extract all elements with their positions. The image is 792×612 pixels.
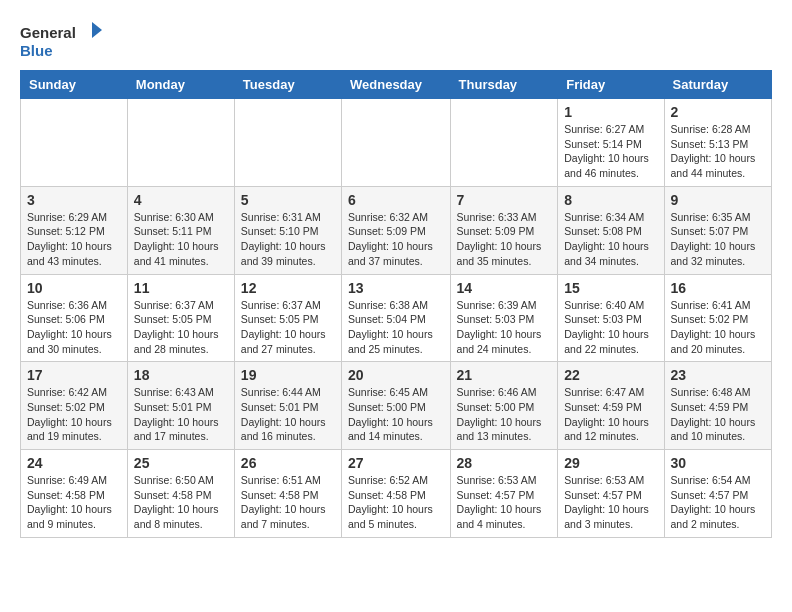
calendar-cell: 28Sunrise: 6:53 AM Sunset: 4:57 PM Dayli… [450,450,558,538]
day-info: Sunrise: 6:52 AM Sunset: 4:58 PM Dayligh… [348,473,444,532]
page-header: General Blue [20,20,772,60]
calendar-cell: 29Sunrise: 6:53 AM Sunset: 4:57 PM Dayli… [558,450,664,538]
day-number: 20 [348,367,444,383]
weekday-header-tuesday: Tuesday [234,71,341,99]
calendar-cell [342,99,451,187]
calendar-cell: 6Sunrise: 6:32 AM Sunset: 5:09 PM Daylig… [342,186,451,274]
day-number: 5 [241,192,335,208]
day-number: 1 [564,104,657,120]
day-info: Sunrise: 6:35 AM Sunset: 5:07 PM Dayligh… [671,210,765,269]
weekday-header-sunday: Sunday [21,71,128,99]
calendar-week-row: 24Sunrise: 6:49 AM Sunset: 4:58 PM Dayli… [21,450,772,538]
day-info: Sunrise: 6:41 AM Sunset: 5:02 PM Dayligh… [671,298,765,357]
calendar-cell: 14Sunrise: 6:39 AM Sunset: 5:03 PM Dayli… [450,274,558,362]
day-number: 13 [348,280,444,296]
day-number: 25 [134,455,228,471]
day-info: Sunrise: 6:36 AM Sunset: 5:06 PM Dayligh… [27,298,121,357]
day-number: 27 [348,455,444,471]
day-number: 28 [457,455,552,471]
calendar-cell: 3Sunrise: 6:29 AM Sunset: 5:12 PM Daylig… [21,186,128,274]
calendar-week-row: 3Sunrise: 6:29 AM Sunset: 5:12 PM Daylig… [21,186,772,274]
day-number: 7 [457,192,552,208]
day-info: Sunrise: 6:33 AM Sunset: 5:09 PM Dayligh… [457,210,552,269]
day-info: Sunrise: 6:47 AM Sunset: 4:59 PM Dayligh… [564,385,657,444]
calendar-cell: 2Sunrise: 6:28 AM Sunset: 5:13 PM Daylig… [664,99,771,187]
day-number: 16 [671,280,765,296]
day-number: 19 [241,367,335,383]
calendar-cell: 13Sunrise: 6:38 AM Sunset: 5:04 PM Dayli… [342,274,451,362]
calendar-cell: 27Sunrise: 6:52 AM Sunset: 4:58 PM Dayli… [342,450,451,538]
weekday-header-monday: Monday [127,71,234,99]
calendar-cell: 21Sunrise: 6:46 AM Sunset: 5:00 PM Dayli… [450,362,558,450]
day-info: Sunrise: 6:44 AM Sunset: 5:01 PM Dayligh… [241,385,335,444]
day-info: Sunrise: 6:37 AM Sunset: 5:05 PM Dayligh… [134,298,228,357]
day-info: Sunrise: 6:45 AM Sunset: 5:00 PM Dayligh… [348,385,444,444]
calendar-cell: 20Sunrise: 6:45 AM Sunset: 5:00 PM Dayli… [342,362,451,450]
day-number: 24 [27,455,121,471]
calendar-cell: 16Sunrise: 6:41 AM Sunset: 5:02 PM Dayli… [664,274,771,362]
day-info: Sunrise: 6:42 AM Sunset: 5:02 PM Dayligh… [27,385,121,444]
calendar: SundayMondayTuesdayWednesdayThursdayFrid… [20,70,772,538]
day-number: 29 [564,455,657,471]
calendar-cell [450,99,558,187]
calendar-week-row: 10Sunrise: 6:36 AM Sunset: 5:06 PM Dayli… [21,274,772,362]
calendar-cell: 19Sunrise: 6:44 AM Sunset: 5:01 PM Dayli… [234,362,341,450]
calendar-cell: 4Sunrise: 6:30 AM Sunset: 5:11 PM Daylig… [127,186,234,274]
calendar-week-row: 1Sunrise: 6:27 AM Sunset: 5:14 PM Daylig… [21,99,772,187]
calendar-cell [234,99,341,187]
calendar-cell: 17Sunrise: 6:42 AM Sunset: 5:02 PM Dayli… [21,362,128,450]
weekday-header-row: SundayMondayTuesdayWednesdayThursdayFrid… [21,71,772,99]
day-info: Sunrise: 6:48 AM Sunset: 4:59 PM Dayligh… [671,385,765,444]
day-info: Sunrise: 6:28 AM Sunset: 5:13 PM Dayligh… [671,122,765,181]
weekday-header-thursday: Thursday [450,71,558,99]
day-info: Sunrise: 6:29 AM Sunset: 5:12 PM Dayligh… [27,210,121,269]
calendar-cell: 7Sunrise: 6:33 AM Sunset: 5:09 PM Daylig… [450,186,558,274]
calendar-week-row: 17Sunrise: 6:42 AM Sunset: 5:02 PM Dayli… [21,362,772,450]
day-number: 22 [564,367,657,383]
logo-svg: General Blue [20,20,110,60]
day-info: Sunrise: 6:34 AM Sunset: 5:08 PM Dayligh… [564,210,657,269]
calendar-cell: 18Sunrise: 6:43 AM Sunset: 5:01 PM Dayli… [127,362,234,450]
day-number: 18 [134,367,228,383]
calendar-cell: 25Sunrise: 6:50 AM Sunset: 4:58 PM Dayli… [127,450,234,538]
day-number: 3 [27,192,121,208]
day-info: Sunrise: 6:40 AM Sunset: 5:03 PM Dayligh… [564,298,657,357]
day-number: 26 [241,455,335,471]
calendar-cell: 22Sunrise: 6:47 AM Sunset: 4:59 PM Dayli… [558,362,664,450]
calendar-cell [127,99,234,187]
calendar-cell: 8Sunrise: 6:34 AM Sunset: 5:08 PM Daylig… [558,186,664,274]
day-info: Sunrise: 6:53 AM Sunset: 4:57 PM Dayligh… [457,473,552,532]
day-info: Sunrise: 6:46 AM Sunset: 5:00 PM Dayligh… [457,385,552,444]
day-number: 6 [348,192,444,208]
day-number: 14 [457,280,552,296]
calendar-cell: 30Sunrise: 6:54 AM Sunset: 4:57 PM Dayli… [664,450,771,538]
day-number: 21 [457,367,552,383]
day-info: Sunrise: 6:39 AM Sunset: 5:03 PM Dayligh… [457,298,552,357]
day-number: 23 [671,367,765,383]
logo: General Blue [20,20,110,60]
calendar-cell: 11Sunrise: 6:37 AM Sunset: 5:05 PM Dayli… [127,274,234,362]
weekday-header-saturday: Saturday [664,71,771,99]
calendar-cell: 24Sunrise: 6:49 AM Sunset: 4:58 PM Dayli… [21,450,128,538]
day-info: Sunrise: 6:49 AM Sunset: 4:58 PM Dayligh… [27,473,121,532]
calendar-cell: 12Sunrise: 6:37 AM Sunset: 5:05 PM Dayli… [234,274,341,362]
day-info: Sunrise: 6:32 AM Sunset: 5:09 PM Dayligh… [348,210,444,269]
day-info: Sunrise: 6:30 AM Sunset: 5:11 PM Dayligh… [134,210,228,269]
calendar-cell: 26Sunrise: 6:51 AM Sunset: 4:58 PM Dayli… [234,450,341,538]
day-number: 4 [134,192,228,208]
day-info: Sunrise: 6:51 AM Sunset: 4:58 PM Dayligh… [241,473,335,532]
day-number: 9 [671,192,765,208]
calendar-cell: 23Sunrise: 6:48 AM Sunset: 4:59 PM Dayli… [664,362,771,450]
svg-text:General: General [20,24,76,41]
day-number: 15 [564,280,657,296]
day-info: Sunrise: 6:54 AM Sunset: 4:57 PM Dayligh… [671,473,765,532]
day-info: Sunrise: 6:31 AM Sunset: 5:10 PM Dayligh… [241,210,335,269]
day-info: Sunrise: 6:38 AM Sunset: 5:04 PM Dayligh… [348,298,444,357]
calendar-cell: 10Sunrise: 6:36 AM Sunset: 5:06 PM Dayli… [21,274,128,362]
svg-text:Blue: Blue [20,42,53,59]
day-number: 12 [241,280,335,296]
calendar-cell: 1Sunrise: 6:27 AM Sunset: 5:14 PM Daylig… [558,99,664,187]
weekday-header-friday: Friday [558,71,664,99]
day-number: 17 [27,367,121,383]
calendar-cell: 15Sunrise: 6:40 AM Sunset: 5:03 PM Dayli… [558,274,664,362]
